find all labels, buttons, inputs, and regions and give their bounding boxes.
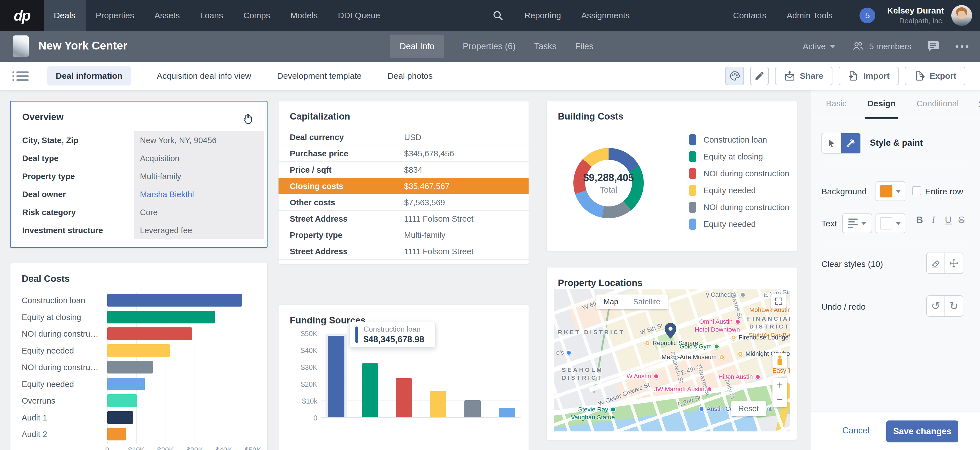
view-tab[interactable]: Deal information xyxy=(47,67,131,86)
capitalization-row[interactable]: Deal currency USD xyxy=(278,129,528,146)
map-reset-button[interactable]: Reset xyxy=(731,401,766,416)
panel-tab[interactable]: Conditional xyxy=(914,90,961,119)
overview-row-value[interactable]: Core xyxy=(140,208,158,217)
property-pin[interactable] xyxy=(664,323,677,340)
view-tab[interactable]: Development template xyxy=(277,71,361,81)
map-poi-icon: ★ xyxy=(731,335,737,340)
capitalization-row[interactable]: Price / sqft $834 xyxy=(278,162,528,178)
top-nav-item[interactable]: Assets xyxy=(144,0,190,31)
avatar[interactable] xyxy=(951,5,972,26)
style-paint-button[interactable] xyxy=(725,67,744,85)
overview-row-value[interactable]: Acquisition xyxy=(140,154,180,163)
app-logo[interactable]: dp xyxy=(0,0,44,31)
paint-tool-button[interactable] xyxy=(841,133,860,153)
pegman-control[interactable] xyxy=(772,353,787,368)
deal-costs-bar[interactable] xyxy=(107,327,192,340)
text-color-dropdown[interactable] xyxy=(875,214,905,233)
export-button[interactable]: Export xyxy=(905,67,966,85)
user-menu[interactable]: Kelsey Durant Dealpath, inc. xyxy=(887,6,944,25)
overview-card[interactable]: Overview City, State, Zip New York, NY, … xyxy=(10,101,267,248)
undo-button[interactable]: ↺ xyxy=(927,296,945,316)
close-icon[interactable]: ✕ xyxy=(977,99,980,111)
deal-header-tab[interactable]: Deal Info xyxy=(390,35,444,58)
deal-header-tab[interactable]: Properties (6) xyxy=(463,41,515,51)
top-nav-item[interactable]: Comps xyxy=(233,0,280,31)
funding-bar[interactable] xyxy=(465,400,481,417)
funding-bar[interactable] xyxy=(396,378,412,417)
deal-costs-bar[interactable] xyxy=(107,394,137,407)
more-options-button[interactable]: ••• xyxy=(955,41,970,52)
top-nav-item[interactable]: Deals xyxy=(44,0,86,31)
entire-row-checkbox[interactable] xyxy=(912,186,921,195)
map-button[interactable]: Map xyxy=(596,295,626,309)
overview-row-value[interactable]: New York, NY, 90456 xyxy=(140,136,216,145)
top-nav-item[interactable]: Reporting xyxy=(514,11,571,20)
top-nav-item[interactable]: DDI Queue xyxy=(328,0,390,31)
funding-bar[interactable] xyxy=(328,336,344,417)
zoom-out-button[interactable]: − xyxy=(772,392,787,407)
zoom-in-button[interactable]: + xyxy=(772,378,787,392)
bold-button[interactable]: B xyxy=(916,214,923,225)
deal-costs-bar[interactable] xyxy=(107,361,153,374)
satellite-button[interactable]: Satellite xyxy=(626,295,668,309)
top-nav-item[interactable]: Loans xyxy=(190,0,233,31)
deal-costs-bar[interactable] xyxy=(107,378,145,390)
strikethrough-button[interactable]: S xyxy=(958,214,965,225)
top-nav-item[interactable]: Assignments xyxy=(571,11,640,20)
deal-status-dropdown[interactable]: Active xyxy=(803,42,836,51)
text-align-dropdown[interactable] xyxy=(842,214,872,233)
view-tab[interactable]: Acquisition deal info view xyxy=(157,71,251,81)
overview-row-value[interactable]: Multi-family xyxy=(140,172,181,181)
capitalization-row[interactable]: Closing costs $35,467,567 xyxy=(278,178,528,194)
select-tool-button[interactable] xyxy=(822,133,841,153)
capitalization-row[interactable]: Purchase price $345,678,456 xyxy=(278,146,528,162)
fullscreen-button[interactable] xyxy=(771,294,786,309)
deal-header-tab[interactable]: Tasks xyxy=(534,41,557,51)
map-poi-icon xyxy=(755,374,760,380)
members-button[interactable]: 5 members xyxy=(851,40,911,52)
import-button[interactable]: Import xyxy=(838,67,899,85)
share-button[interactable]: Share xyxy=(775,67,832,85)
capitalization-row[interactable]: Property type Multi-family xyxy=(278,227,528,243)
overview-row-value[interactable]: Marsha Biekthl xyxy=(140,190,194,199)
deal-thumbnail[interactable] xyxy=(13,35,29,57)
top-nav-item[interactable]: Admin Tools xyxy=(776,11,843,20)
search-button[interactable] xyxy=(483,9,512,22)
save-changes-button[interactable]: Save changes xyxy=(886,420,958,442)
view-tab[interactable]: Deal photos xyxy=(388,71,433,81)
eraser-button[interactable] xyxy=(927,253,945,273)
deal-costs-bar[interactable] xyxy=(107,311,215,323)
top-nav-item[interactable]: Properties xyxy=(86,0,145,31)
funding-bar[interactable] xyxy=(499,408,515,417)
format-painter-button[interactable] xyxy=(945,253,963,273)
cancel-button[interactable]: Cancel xyxy=(842,426,870,436)
deal-costs-bar[interactable] xyxy=(107,428,126,440)
funding-bar[interactable] xyxy=(362,363,378,417)
deal-costs-bar[interactable] xyxy=(107,411,133,424)
panel-tab[interactable]: Design xyxy=(865,90,898,119)
map[interactable]: y CathedralE 11th StMohawk AustinBrazos … xyxy=(554,289,790,431)
deal-header-tab[interactable]: Files xyxy=(575,41,593,51)
overview-row-value[interactable]: Leveraged fee xyxy=(140,226,192,235)
donut-chart[interactable]: $9,288,405 Total xyxy=(573,148,644,218)
chevron-down-icon xyxy=(861,222,866,225)
deal-costs-bar[interactable] xyxy=(107,344,170,357)
top-nav-item[interactable]: Models xyxy=(280,0,328,31)
capitalization-row[interactable]: Street Address 1111 Folsom Street xyxy=(278,243,528,260)
redo-button[interactable]: ↻ xyxy=(945,296,963,316)
underline-button[interactable]: U xyxy=(945,214,952,225)
notification-badge[interactable]: 5 xyxy=(859,8,875,23)
building-costs-legend-item: NOI during construction xyxy=(689,168,789,179)
view-list-icon[interactable] xyxy=(16,71,29,81)
background-color-dropdown[interactable] xyxy=(875,181,905,201)
panel-tab[interactable]: Basic xyxy=(824,90,849,119)
capitalization-row[interactable]: Street Address 1111 Folsom Street xyxy=(278,211,528,227)
edit-button[interactable] xyxy=(750,67,769,85)
redo-icon: ↻ xyxy=(949,300,958,312)
deal-costs-bar[interactable] xyxy=(107,294,242,307)
capitalization-row[interactable]: Other costs $7,563,569 xyxy=(278,194,528,211)
funding-bar[interactable] xyxy=(430,391,446,417)
top-nav-item[interactable]: Contacts xyxy=(723,11,776,20)
italic-button[interactable]: I xyxy=(932,214,935,225)
comments-button[interactable] xyxy=(926,40,940,53)
